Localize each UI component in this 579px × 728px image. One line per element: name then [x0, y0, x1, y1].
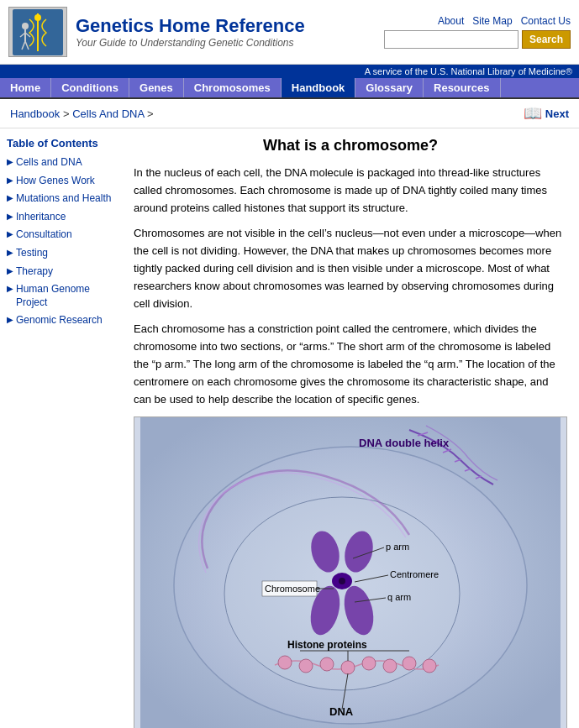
sidebar-toc-title[interactable]: Table of Contents: [7, 137, 115, 149]
top-right-area: About Site Map Contact Us Search: [384, 15, 571, 49]
sidebar-item-human-genome-project[interactable]: ▶ Human Genome Project: [7, 283, 115, 309]
sidebar-link-inheritance[interactable]: Inheritance: [16, 211, 66, 224]
arrow-icon: ▶: [7, 157, 13, 166]
svg-point-23: [339, 578, 345, 584]
sidebar: Table of Contents ▶ Cells and DNA ▶ How …: [0, 137, 122, 728]
sidebar-item-therapy[interactable]: ▶ Therapy: [7, 265, 115, 279]
next-label: Next: [545, 107, 569, 120]
q-arm-label: q arm: [387, 592, 411, 602]
nav-genes[interactable]: Genes: [129, 78, 184, 97]
sidebar-link-how-genes-work[interactable]: How Genes Work: [16, 175, 95, 188]
dna-double-helix-label: DNA double helix: [359, 437, 450, 449]
next-link[interactable]: 📖 Next: [524, 104, 569, 123]
arrow-icon: ▶: [7, 212, 13, 221]
logo-icon: [8, 7, 67, 57]
sidebar-link-human-genome-project[interactable]: Human Genome Project: [16, 283, 115, 309]
paragraph-2: Chromosomes are not visible in the cell’…: [134, 225, 567, 312]
sidebar-item-how-genes-work[interactable]: ▶ How Genes Work: [7, 175, 115, 188]
top-links: About Site Map Contact Us: [438, 15, 571, 27]
search-bar: Search: [384, 30, 571, 49]
arrow-icon: ▶: [7, 266, 13, 275]
page-title: What is a chromosome?: [134, 137, 567, 155]
breadcrumb-separator-2: >: [147, 107, 154, 120]
nav-resources[interactable]: Resources: [424, 78, 500, 97]
sidebar-item-genomic-research[interactable]: ▶ Genomic Research: [7, 314, 115, 327]
histone-proteins-label: Histone proteins: [287, 639, 367, 651]
svg-point-34: [383, 659, 397, 673]
nav-handbook[interactable]: Handbook: [282, 78, 356, 97]
centromere-label: Centromere: [390, 569, 439, 579]
sidebar-item-testing[interactable]: ▶ Testing: [7, 247, 115, 260]
page-header: Genetics Home Reference Your Guide to Un…: [0, 0, 579, 65]
sidebar-item-inheritance[interactable]: ▶ Inheritance: [7, 211, 115, 224]
arrow-icon: ▶: [7, 193, 13, 202]
svg-point-3: [22, 23, 29, 29]
site-title: Genetics Home Reference: [76, 15, 305, 37]
chromosome-diagram: DNA double helix: [134, 416, 567, 728]
svg-point-29: [278, 656, 292, 669]
paragraph-3: Each chromosome has a constriction point…: [134, 321, 567, 408]
nav-chromosomes[interactable]: Chromosomes: [184, 78, 282, 97]
sitemap-link[interactable]: Site Map: [472, 15, 512, 27]
search-button[interactable]: Search: [522, 30, 571, 49]
svg-point-30: [299, 659, 313, 673]
sidebar-item-consultation[interactable]: ▶ Consultation: [7, 228, 115, 242]
arrow-icon: ▶: [7, 248, 13, 257]
paragraph-1: In the nucleus of each cell, the DNA mol…: [134, 165, 567, 217]
sidebar-link-therapy[interactable]: Therapy: [16, 265, 53, 279]
about-link[interactable]: About: [438, 15, 464, 27]
svg-point-36: [423, 659, 436, 673]
arrow-icon: ▶: [7, 315, 13, 324]
svg-point-2: [34, 14, 41, 21]
sidebar-link-cells-and-dna[interactable]: Cells and DNA: [16, 156, 82, 170]
logo-text: Genetics Home Reference Your Guide to Un…: [76, 15, 305, 49]
nav-glossary[interactable]: Glossary: [355, 78, 424, 97]
p-arm-label: p arm: [386, 542, 409, 552]
arrow-icon: ▶: [7, 175, 13, 185]
sidebar-link-consultation[interactable]: Consultation: [16, 228, 72, 242]
svg-point-33: [362, 657, 376, 670]
sidebar-item-mutations-and-health[interactable]: ▶ Mutations and Health: [7, 192, 115, 206]
search-input[interactable]: [384, 30, 518, 49]
breadcrumb: Handbook > Cells And DNA >: [10, 107, 154, 120]
service-bar-text: A service of the U.S. National Library o…: [365, 66, 572, 76]
diagram-svg: DNA double helix: [134, 417, 566, 728]
svg-point-32: [341, 661, 355, 674]
sidebar-link-genomic-research[interactable]: Genomic Research: [16, 314, 103, 327]
breadcrumb-handbook[interactable]: Handbook: [10, 107, 60, 120]
contactus-link[interactable]: Contact Us: [521, 15, 571, 27]
logo-area: Genetics Home Reference Your Guide to Un…: [8, 7, 384, 57]
sidebar-toc-label: Table of Contents: [7, 137, 98, 149]
breadcrumb-cells-and-dna[interactable]: Cells And DNA: [72, 107, 144, 120]
arrow-icon: ▶: [7, 229, 13, 238]
book-icon: 📖: [524, 104, 542, 123]
breadcrumb-separator-1: >: [63, 107, 72, 120]
svg-point-31: [320, 657, 334, 671]
sidebar-item-cells-and-dna[interactable]: ▶ Cells and DNA: [7, 156, 115, 170]
arrow-icon: ▶: [7, 284, 13, 293]
site-subtitle: Your Guide to Understanding Genetic Cond…: [76, 37, 305, 49]
service-bar: A service of the U.S. National Library o…: [0, 65, 579, 78]
sidebar-link-testing[interactable]: Testing: [16, 247, 48, 260]
breadcrumb-bar: Handbook > Cells And DNA > 📖 Next: [0, 99, 579, 128]
main-content: Table of Contents ▶ Cells and DNA ▶ How …: [0, 128, 579, 728]
svg-point-35: [403, 657, 416, 670]
nav-conditions[interactable]: Conditions: [51, 78, 129, 97]
dna-bottom-label: DNA: [329, 705, 354, 718]
content-area: What is a chromosome? In the nucleus of …: [122, 137, 579, 728]
chromosome-label: Chromosome: [265, 584, 320, 594]
sidebar-link-mutations-and-health[interactable]: Mutations and Health: [16, 192, 111, 206]
nav-home[interactable]: Home: [0, 78, 51, 97]
nav-bar: Home Conditions Genes Chromosomes Handbo…: [0, 78, 579, 99]
